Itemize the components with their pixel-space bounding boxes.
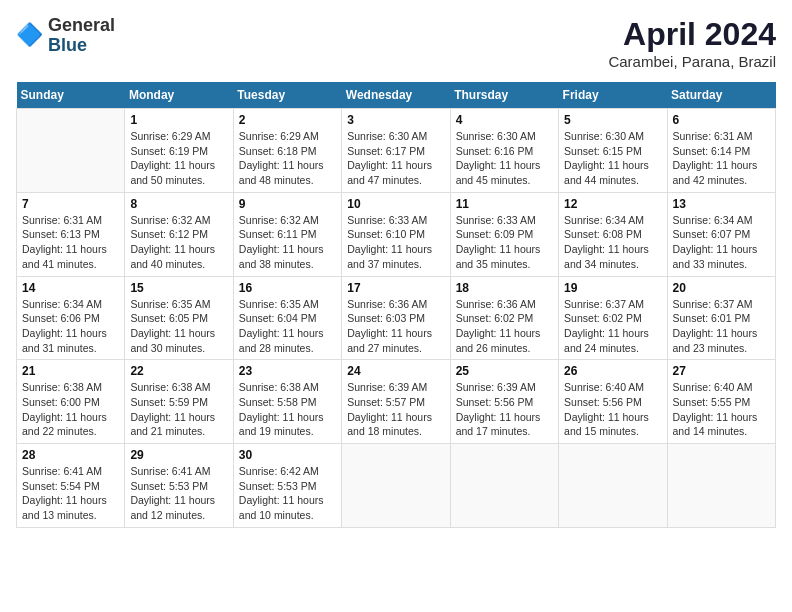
title-block: April 2024 Carambei, Parana, Brazil xyxy=(608,16,776,70)
calendar-day-header: Tuesday xyxy=(233,82,341,109)
calendar-cell xyxy=(342,444,450,528)
calendar-cell: 6Sunrise: 6:31 AM Sunset: 6:14 PM Daylig… xyxy=(667,109,775,193)
day-number: 11 xyxy=(456,197,553,211)
day-number: 18 xyxy=(456,281,553,295)
calendar-cell: 19Sunrise: 6:37 AM Sunset: 6:02 PM Dayli… xyxy=(559,276,667,360)
logo-text: General Blue xyxy=(48,16,115,56)
svg-text:🔷: 🔷 xyxy=(16,22,44,48)
calendar-cell xyxy=(559,444,667,528)
cell-content: Sunrise: 6:29 AM Sunset: 6:19 PM Dayligh… xyxy=(130,129,227,188)
cell-content: Sunrise: 6:41 AM Sunset: 5:53 PM Dayligh… xyxy=(130,464,227,523)
calendar-day-header: Saturday xyxy=(667,82,775,109)
cell-content: Sunrise: 6:31 AM Sunset: 6:13 PM Dayligh… xyxy=(22,213,119,272)
month-year: April 2024 xyxy=(608,16,776,53)
calendar-cell: 13Sunrise: 6:34 AM Sunset: 6:07 PM Dayli… xyxy=(667,192,775,276)
calendar-cell: 7Sunrise: 6:31 AM Sunset: 6:13 PM Daylig… xyxy=(17,192,125,276)
calendar-cell xyxy=(17,109,125,193)
cell-content: Sunrise: 6:31 AM Sunset: 6:14 PM Dayligh… xyxy=(673,129,770,188)
day-number: 13 xyxy=(673,197,770,211)
calendar-day-header: Wednesday xyxy=(342,82,450,109)
cell-content: Sunrise: 6:35 AM Sunset: 6:04 PM Dayligh… xyxy=(239,297,336,356)
calendar-week-row: 1Sunrise: 6:29 AM Sunset: 6:19 PM Daylig… xyxy=(17,109,776,193)
location: Carambei, Parana, Brazil xyxy=(608,53,776,70)
calendar-cell: 18Sunrise: 6:36 AM Sunset: 6:02 PM Dayli… xyxy=(450,276,558,360)
day-number: 5 xyxy=(564,113,661,127)
calendar-cell: 23Sunrise: 6:38 AM Sunset: 5:58 PM Dayli… xyxy=(233,360,341,444)
day-number: 14 xyxy=(22,281,119,295)
calendar-week-row: 21Sunrise: 6:38 AM Sunset: 6:00 PM Dayli… xyxy=(17,360,776,444)
day-number: 8 xyxy=(130,197,227,211)
cell-content: Sunrise: 6:36 AM Sunset: 6:03 PM Dayligh… xyxy=(347,297,444,356)
logo: 🔷 General Blue xyxy=(16,16,115,56)
page-header: 🔷 General Blue April 2024 Carambei, Para… xyxy=(16,16,776,70)
calendar-day-header: Sunday xyxy=(17,82,125,109)
calendar-cell: 29Sunrise: 6:41 AM Sunset: 5:53 PM Dayli… xyxy=(125,444,233,528)
calendar-cell: 24Sunrise: 6:39 AM Sunset: 5:57 PM Dayli… xyxy=(342,360,450,444)
cell-content: Sunrise: 6:29 AM Sunset: 6:18 PM Dayligh… xyxy=(239,129,336,188)
calendar-cell: 4Sunrise: 6:30 AM Sunset: 6:16 PM Daylig… xyxy=(450,109,558,193)
calendar-cell: 26Sunrise: 6:40 AM Sunset: 5:56 PM Dayli… xyxy=(559,360,667,444)
day-number: 1 xyxy=(130,113,227,127)
day-number: 6 xyxy=(673,113,770,127)
cell-content: Sunrise: 6:40 AM Sunset: 5:55 PM Dayligh… xyxy=(673,380,770,439)
cell-content: Sunrise: 6:34 AM Sunset: 6:08 PM Dayligh… xyxy=(564,213,661,272)
calendar-cell: 11Sunrise: 6:33 AM Sunset: 6:09 PM Dayli… xyxy=(450,192,558,276)
cell-content: Sunrise: 6:30 AM Sunset: 6:16 PM Dayligh… xyxy=(456,129,553,188)
calendar-day-header: Friday xyxy=(559,82,667,109)
calendar-week-row: 28Sunrise: 6:41 AM Sunset: 5:54 PM Dayli… xyxy=(17,444,776,528)
calendar-cell: 17Sunrise: 6:36 AM Sunset: 6:03 PM Dayli… xyxy=(342,276,450,360)
calendar-header-row: SundayMondayTuesdayWednesdayThursdayFrid… xyxy=(17,82,776,109)
cell-content: Sunrise: 6:41 AM Sunset: 5:54 PM Dayligh… xyxy=(22,464,119,523)
calendar-cell: 27Sunrise: 6:40 AM Sunset: 5:55 PM Dayli… xyxy=(667,360,775,444)
cell-content: Sunrise: 6:32 AM Sunset: 6:12 PM Dayligh… xyxy=(130,213,227,272)
day-number: 15 xyxy=(130,281,227,295)
cell-content: Sunrise: 6:33 AM Sunset: 6:09 PM Dayligh… xyxy=(456,213,553,272)
cell-content: Sunrise: 6:36 AM Sunset: 6:02 PM Dayligh… xyxy=(456,297,553,356)
cell-content: Sunrise: 6:38 AM Sunset: 5:58 PM Dayligh… xyxy=(239,380,336,439)
cell-content: Sunrise: 6:42 AM Sunset: 5:53 PM Dayligh… xyxy=(239,464,336,523)
calendar-cell: 25Sunrise: 6:39 AM Sunset: 5:56 PM Dayli… xyxy=(450,360,558,444)
day-number: 4 xyxy=(456,113,553,127)
calendar-cell: 20Sunrise: 6:37 AM Sunset: 6:01 PM Dayli… xyxy=(667,276,775,360)
calendar-week-row: 14Sunrise: 6:34 AM Sunset: 6:06 PM Dayli… xyxy=(17,276,776,360)
day-number: 21 xyxy=(22,364,119,378)
day-number: 12 xyxy=(564,197,661,211)
day-number: 28 xyxy=(22,448,119,462)
cell-content: Sunrise: 6:33 AM Sunset: 6:10 PM Dayligh… xyxy=(347,213,444,272)
day-number: 2 xyxy=(239,113,336,127)
day-number: 9 xyxy=(239,197,336,211)
cell-content: Sunrise: 6:39 AM Sunset: 5:57 PM Dayligh… xyxy=(347,380,444,439)
calendar-cell: 10Sunrise: 6:33 AM Sunset: 6:10 PM Dayli… xyxy=(342,192,450,276)
calendar-cell: 5Sunrise: 6:30 AM Sunset: 6:15 PM Daylig… xyxy=(559,109,667,193)
cell-content: Sunrise: 6:30 AM Sunset: 6:17 PM Dayligh… xyxy=(347,129,444,188)
calendar-cell xyxy=(450,444,558,528)
calendar-cell: 21Sunrise: 6:38 AM Sunset: 6:00 PM Dayli… xyxy=(17,360,125,444)
calendar-cell: 14Sunrise: 6:34 AM Sunset: 6:06 PM Dayli… xyxy=(17,276,125,360)
day-number: 17 xyxy=(347,281,444,295)
day-number: 20 xyxy=(673,281,770,295)
cell-content: Sunrise: 6:37 AM Sunset: 6:01 PM Dayligh… xyxy=(673,297,770,356)
day-number: 23 xyxy=(239,364,336,378)
logo-icon: 🔷 xyxy=(16,22,44,50)
calendar-cell xyxy=(667,444,775,528)
day-number: 29 xyxy=(130,448,227,462)
logo-blue: Blue xyxy=(48,36,115,56)
cell-content: Sunrise: 6:37 AM Sunset: 6:02 PM Dayligh… xyxy=(564,297,661,356)
day-number: 22 xyxy=(130,364,227,378)
calendar-cell: 9Sunrise: 6:32 AM Sunset: 6:11 PM Daylig… xyxy=(233,192,341,276)
cell-content: Sunrise: 6:38 AM Sunset: 5:59 PM Dayligh… xyxy=(130,380,227,439)
cell-content: Sunrise: 6:30 AM Sunset: 6:15 PM Dayligh… xyxy=(564,129,661,188)
calendar-cell: 3Sunrise: 6:30 AM Sunset: 6:17 PM Daylig… xyxy=(342,109,450,193)
calendar-table: SundayMondayTuesdayWednesdayThursdayFrid… xyxy=(16,82,776,528)
calendar-cell: 8Sunrise: 6:32 AM Sunset: 6:12 PM Daylig… xyxy=(125,192,233,276)
cell-content: Sunrise: 6:34 AM Sunset: 6:06 PM Dayligh… xyxy=(22,297,119,356)
calendar-cell: 15Sunrise: 6:35 AM Sunset: 6:05 PM Dayli… xyxy=(125,276,233,360)
logo-general: General xyxy=(48,16,115,36)
calendar-cell: 1Sunrise: 6:29 AM Sunset: 6:19 PM Daylig… xyxy=(125,109,233,193)
calendar-cell: 30Sunrise: 6:42 AM Sunset: 5:53 PM Dayli… xyxy=(233,444,341,528)
day-number: 19 xyxy=(564,281,661,295)
calendar-day-header: Monday xyxy=(125,82,233,109)
day-number: 10 xyxy=(347,197,444,211)
day-number: 27 xyxy=(673,364,770,378)
day-number: 3 xyxy=(347,113,444,127)
